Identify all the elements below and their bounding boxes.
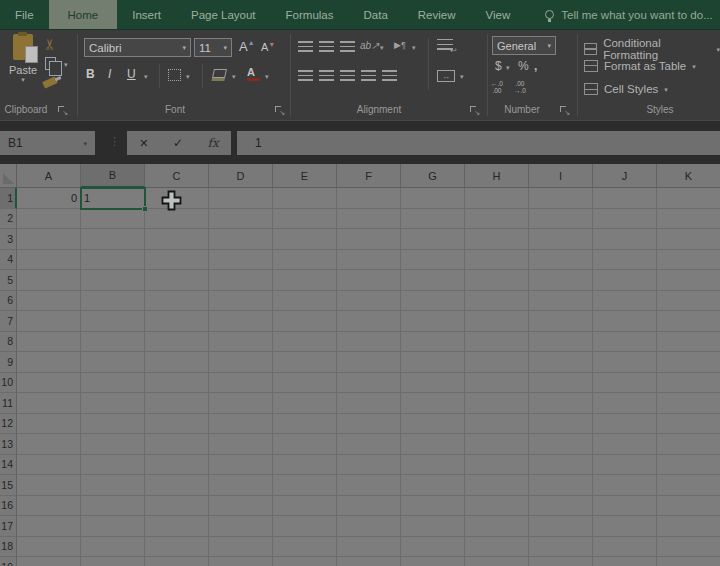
cell-I12[interactable] [529, 414, 593, 435]
cell-I7[interactable] [529, 311, 593, 332]
cell-E12[interactable] [273, 414, 337, 435]
cell-D16[interactable] [209, 496, 273, 517]
cell-B6[interactable] [81, 291, 145, 312]
cell-A10[interactable] [17, 373, 81, 394]
middle-align-icon[interactable] [319, 41, 334, 52]
cell-G18[interactable] [401, 537, 465, 558]
cell-A18[interactable] [17, 537, 81, 558]
cell-D7[interactable] [209, 311, 273, 332]
cell-B2[interactable] [81, 209, 145, 230]
cell-H7[interactable] [465, 311, 529, 332]
cell-I18[interactable] [529, 537, 593, 558]
cell-B5[interactable] [81, 270, 145, 291]
cell-C1[interactable] [145, 188, 209, 209]
cell-F19[interactable] [337, 557, 401, 566]
row-header-15[interactable]: 15 [0, 475, 17, 496]
cell-I17[interactable] [529, 516, 593, 537]
cell-B19[interactable] [81, 557, 145, 566]
paste-button[interactable]: Paste ▾ [4, 32, 42, 94]
cell-B3[interactable] [81, 229, 145, 250]
cell-I13[interactable] [529, 434, 593, 455]
cell-J4[interactable] [593, 250, 657, 271]
font-color-caret-icon[interactable]: ▾ [265, 73, 269, 80]
format-as-table-button[interactable]: Format as Table ▾ [584, 60, 696, 72]
cell-B18[interactable] [81, 537, 145, 558]
row-header-2[interactable]: 2 [0, 209, 17, 230]
row-header-17[interactable]: 17 [0, 516, 17, 537]
fill-color-icon[interactable] [212, 69, 227, 78]
bold-button[interactable]: B [86, 67, 95, 81]
cell-styles-button[interactable]: Cell Styles ▾ [584, 83, 668, 95]
cell-H18[interactable] [465, 537, 529, 558]
tab-formulas[interactable]: Formulas [271, 0, 349, 29]
cell-K6[interactable] [657, 291, 720, 312]
cell-K16[interactable] [657, 496, 720, 517]
tab-page-layout[interactable]: Page Layout [176, 0, 271, 29]
cell-F9[interactable] [337, 352, 401, 373]
cell-B17[interactable] [81, 516, 145, 537]
column-header-H[interactable]: H [465, 164, 529, 188]
cell-K19[interactable] [657, 557, 720, 566]
cell-D9[interactable] [209, 352, 273, 373]
column-header-J[interactable]: J [593, 164, 657, 188]
fill-color-caret-icon[interactable]: ▾ [232, 73, 236, 80]
number-format-combo[interactable]: General ▾ [492, 36, 556, 55]
cell-J2[interactable] [593, 209, 657, 230]
cell-A3[interactable] [17, 229, 81, 250]
cell-F15[interactable] [337, 475, 401, 496]
cell-E9[interactable] [273, 352, 337, 373]
cell-B4[interactable] [81, 250, 145, 271]
italic-button[interactable]: I [108, 67, 111, 81]
cell-B9[interactable] [81, 352, 145, 373]
row-header-11[interactable]: 11 [0, 393, 17, 414]
font-color-button[interactable]: A [247, 67, 260, 81]
cell-F12[interactable] [337, 414, 401, 435]
cancel-button[interactable]: ✕ [139, 137, 148, 150]
cell-K2[interactable] [657, 209, 720, 230]
column-header-F[interactable]: F [337, 164, 401, 188]
row-header-18[interactable]: 18 [0, 537, 17, 558]
cell-I19[interactable] [529, 557, 593, 566]
cell-H9[interactable] [465, 352, 529, 373]
cell-G6[interactable] [401, 291, 465, 312]
cell-I1[interactable] [529, 188, 593, 209]
row-header-12[interactable]: 12 [0, 414, 17, 435]
cell-D4[interactable] [209, 250, 273, 271]
cell-D5[interactable] [209, 270, 273, 291]
column-header-A[interactable]: A [17, 164, 81, 188]
cell-J13[interactable] [593, 434, 657, 455]
cell-G9[interactable] [401, 352, 465, 373]
cell-J10[interactable] [593, 373, 657, 394]
accounting-caret-icon[interactable]: ▾ [506, 64, 510, 71]
cell-C17[interactable] [145, 516, 209, 537]
comma-style-button[interactable]: , [534, 59, 537, 73]
row-header-7[interactable]: 7 [0, 311, 17, 332]
cell-K8[interactable] [657, 332, 720, 353]
cell-F7[interactable] [337, 311, 401, 332]
cell-K7[interactable] [657, 311, 720, 332]
cell-K15[interactable] [657, 475, 720, 496]
cell-G2[interactable] [401, 209, 465, 230]
cell-J17[interactable] [593, 516, 657, 537]
decrease-indent-icon[interactable] [361, 70, 376, 81]
cell-E8[interactable] [273, 332, 337, 353]
cell-C9[interactable] [145, 352, 209, 373]
cell-F5[interactable] [337, 270, 401, 291]
cell-B15[interactable] [81, 475, 145, 496]
bottom-align-icon[interactable] [340, 41, 355, 52]
cell-H8[interactable] [465, 332, 529, 353]
orientation-icon[interactable]: ab↗ [360, 40, 380, 51]
cell-F18[interactable] [337, 537, 401, 558]
cell-G4[interactable] [401, 250, 465, 271]
orientation-caret-icon[interactable]: ▾ [380, 44, 384, 51]
cell-I14[interactable] [529, 455, 593, 476]
cell-I10[interactable] [529, 373, 593, 394]
cell-D10[interactable] [209, 373, 273, 394]
cell-A9[interactable] [17, 352, 81, 373]
cell-B11[interactable] [81, 393, 145, 414]
cell-C8[interactable] [145, 332, 209, 353]
text-direction-icon[interactable]: ▶¶ [394, 40, 406, 50]
cell-D12[interactable] [209, 414, 273, 435]
cell-C10[interactable] [145, 373, 209, 394]
cell-B14[interactable] [81, 455, 145, 476]
